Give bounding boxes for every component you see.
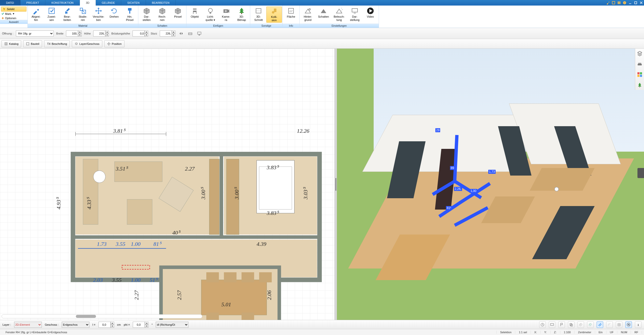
ribbon-ic-light2[interactable]: Beleuch-tung xyxy=(331,7,347,23)
window-icon[interactable] xyxy=(611,0,616,6)
trees-icon[interactable] xyxy=(637,82,642,88)
tab-datei[interactable]: DATEI xyxy=(0,0,20,6)
north-icon[interactable]: N xyxy=(625,321,632,328)
gridview-icon[interactable] xyxy=(616,321,622,328)
ribbon-ic-cubeL[interactable]: Dar-stellen xyxy=(139,7,154,23)
flag-icon[interactable] xyxy=(558,321,565,328)
ribbon-ic-rotate[interactable]: Drehen xyxy=(106,7,122,23)
svg-text:i: i xyxy=(638,323,638,326)
restore-icon[interactable] xyxy=(633,0,638,6)
svg-rect-65 xyxy=(637,64,642,65)
svg-rect-18 xyxy=(83,159,98,225)
tab-projekt[interactable]: PROJEKT xyxy=(20,0,46,6)
svg-rect-32 xyxy=(206,313,219,320)
svg-rect-72 xyxy=(551,323,554,325)
svg-text:2.27: 2.27 xyxy=(185,165,195,172)
tools-icon[interactable] xyxy=(605,0,611,6)
layer-button[interactable]: Layer/Geschoss xyxy=(72,40,102,47)
opening-combo[interactable]: RH 1flg. gr xyxy=(16,30,54,37)
mirror-icon[interactable] xyxy=(178,30,184,37)
hatch1-icon[interactable] xyxy=(577,321,584,328)
optionen-button[interactable]: Optionen xyxy=(0,17,27,20)
svg-text:3.83⁵: 3.83⁵ xyxy=(266,210,279,216)
ribbon-ic-area[interactable]: Fläche xyxy=(283,7,299,23)
tab-konstruktion[interactable]: KONSTRUKTION xyxy=(45,0,80,6)
sturz-label: Sturz xyxy=(151,32,157,35)
svg-rect-69 xyxy=(640,75,642,77)
phi-spin[interactable]: ▲▼ xyxy=(133,322,148,328)
svg-text:2.27: 2.27 xyxy=(133,290,140,300)
katalog-button[interactable]: Katalog xyxy=(2,40,21,47)
ribbon-ic-display[interactable]: Dar-stellung xyxy=(347,7,363,23)
copy-icon[interactable] xyxy=(568,321,574,328)
ribbon-ic-play[interactable]: Video xyxy=(363,7,378,23)
monitor2-icon[interactable] xyxy=(549,321,555,328)
hoehe-spin[interactable]: ▲▼ xyxy=(93,30,109,37)
bruest-spin[interactable]: ▲▼ xyxy=(133,30,148,37)
hatch2-icon[interactable] xyxy=(587,321,594,328)
svg-rect-0 xyxy=(612,2,615,4)
ribbon-ic-bg[interactable]: Hinter-grund xyxy=(300,7,316,23)
tab-bearbeiten[interactable]: BEARBEITEN xyxy=(146,0,176,6)
mark-dropdown[interactable]: Mark. ▾ xyxy=(0,12,27,16)
group-title: Schatten xyxy=(138,24,186,28)
ribbon-ic-tree[interactable]: 3D-Bitmap xyxy=(234,7,249,23)
close-icon[interactable] xyxy=(638,0,644,6)
svg-text:4.93⁵: 4.93⁵ xyxy=(55,197,62,209)
svg-text:3.00⁵: 3.00⁵ xyxy=(200,187,206,199)
svg-rect-29 xyxy=(224,272,237,282)
beschriftung-button[interactable]: TXTBeschriftung xyxy=(44,40,70,47)
hatch4-icon[interactable] xyxy=(606,321,613,328)
layer-select[interactable]: 2D-Element xyxy=(14,322,42,328)
help-icon[interactable]: ? xyxy=(622,0,627,6)
tab-3d[interactable]: 3D xyxy=(80,0,96,6)
bauteil-button[interactable]: Bauteil xyxy=(23,40,42,47)
pane-splitter[interactable] xyxy=(335,49,337,320)
svg-text:3.55: 3.55 xyxy=(112,277,121,283)
ribbon-ic-dropper[interactable]: Abgrei-fen xyxy=(28,7,44,23)
position-button[interactable]: Position xyxy=(104,40,124,47)
selekt-button[interactable]: Selekt xyxy=(1,7,26,12)
floor-plan[interactable]: 3.81⁵ 12.26 3.51⁵ 2.27 3.83⁵ 3.83⁵ 3.00⁵… xyxy=(0,49,335,320)
furniture-icon[interactable] xyxy=(637,61,642,67)
ribbon-ic-section[interactable]: 3D-Schnitt xyxy=(251,7,266,23)
ribbon-ic-collide[interactable]: Kolli-sion xyxy=(266,7,282,23)
svg-text:3.51⁵: 3.51⁵ xyxy=(115,165,128,172)
ribbon-ic-cubeR[interactable]: Rech-nen xyxy=(154,7,170,23)
group-title: Material xyxy=(28,24,138,28)
grid-icon[interactable] xyxy=(187,30,194,37)
materials-icon[interactable] xyxy=(637,72,642,77)
ribbon-ic-shadow2[interactable]: Schatten xyxy=(316,7,331,23)
ribbon-ic-camera[interactable]: Kame-ra xyxy=(218,7,234,23)
svg-rect-9 xyxy=(26,43,29,45)
breite-spin[interactable]: ▲▼ xyxy=(66,30,82,37)
tab-gelaende[interactable]: GELÄNDE xyxy=(96,0,121,6)
sturz-spin[interactable]: ▲▼ xyxy=(160,30,175,37)
ribbon-ic-move[interactable]: Verschie-ben xyxy=(91,7,106,23)
side-drawer-handle[interactable] xyxy=(637,168,644,178)
ribbon-ic-scale[interactable]: Skalie-ren xyxy=(75,7,91,23)
pane-3d[interactable]: 29 89 1,73 2,26, 1,00 81⁵ xyxy=(337,49,644,320)
l-spin[interactable]: ▲▼ xyxy=(99,322,114,328)
layers-icon[interactable] xyxy=(637,51,642,56)
ribbon-ic-assign[interactable]: Zuwei-sen xyxy=(44,7,59,23)
scrollbar-horizontal[interactable] xyxy=(2,314,202,318)
pane-2d[interactable]: 3.81⁵ 12.26 3.51⁵ 2.27 3.83⁵ 3.83⁵ 3.00⁵… xyxy=(0,49,335,320)
ribbon-ic-chair[interactable]: Objekt xyxy=(187,7,203,23)
monitor-icon[interactable] xyxy=(196,30,203,37)
mode-select[interactable]: dl (Richtung/Di xyxy=(156,322,188,328)
info-icon[interactable]: i xyxy=(635,321,641,328)
ribbon-ic-cubeB[interactable]: Pinsel xyxy=(170,7,186,23)
clock-icon[interactable] xyxy=(539,321,546,328)
book-icon[interactable] xyxy=(616,0,622,6)
m3d-b: 89 xyxy=(450,166,455,170)
geschoss-select[interactable]: Erdgeschos xyxy=(62,322,89,328)
ribbon-ic-edit[interactable]: Bear-beiten xyxy=(59,7,75,23)
minimize-icon[interactable] xyxy=(627,0,633,6)
tab-sichten[interactable]: SICHTEN xyxy=(121,0,146,6)
ribbon-ic-brush[interactable]: Hin.Pinsel xyxy=(122,7,138,23)
main-tabs-bar: DATEI PROJEKT KONSTRUKTION 3D GELÄNDE SI… xyxy=(0,0,644,6)
svg-rect-23 xyxy=(209,159,219,235)
hatch3-icon[interactable] xyxy=(597,321,603,328)
ribbon-ic-bulb[interactable]: Licht-quelle ▾ xyxy=(203,7,218,23)
